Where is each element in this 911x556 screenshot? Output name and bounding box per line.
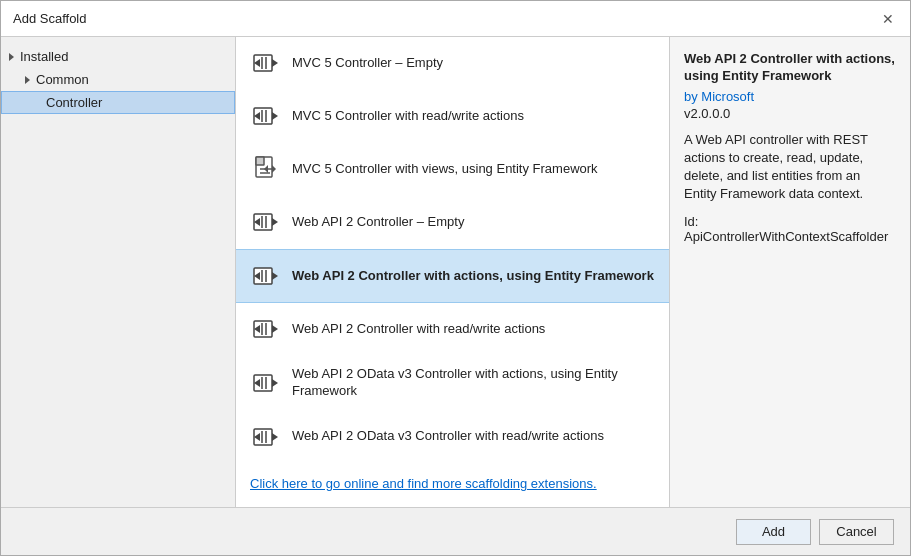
- svg-marker-25: [272, 325, 278, 333]
- scaffold-label-webapi2-odata-ef: Web API 2 OData v3 Controller with actio…: [292, 366, 655, 400]
- cancel-button[interactable]: Cancel: [819, 519, 894, 545]
- add-button[interactable]: Add: [736, 519, 811, 545]
- detail-version: v2.0.0.0: [684, 106, 896, 121]
- svg-marker-15: [272, 218, 278, 226]
- svg-marker-1: [272, 59, 278, 67]
- scaffold-list: MVC 5 Controller – Empty MVC 5 Controlle…: [236, 37, 669, 464]
- scaffold-label-webapi2-readwrite: Web API 2 Controller with read/write act…: [292, 321, 545, 338]
- scaffold-item-mvc5-readwrite[interactable]: MVC 5 Controller with read/write actions: [236, 90, 669, 143]
- detail-description: A Web API controller with REST actions t…: [684, 131, 896, 204]
- scaffold-label-mvc5-readwrite: MVC 5 Controller with read/write actions: [292, 108, 524, 125]
- svg-marker-20: [272, 272, 278, 280]
- common-expand-icon: [25, 76, 30, 84]
- scaffold-icon-mvc5-views-ef: [250, 153, 282, 185]
- scaffold-item-webapi2-odata-ef[interactable]: Web API 2 OData v3 Controller with actio…: [236, 356, 669, 411]
- scaffold-icon-mvc5-empty: [250, 47, 282, 79]
- scaffold-icon-webapi2-odata-ef: [250, 367, 282, 399]
- scaffold-icon-webapi2-odata-readwrite: [250, 421, 282, 453]
- left-panel: Installed Common Controller: [1, 37, 236, 507]
- scaffold-label-mvc5-empty: MVC 5 Controller – Empty: [292, 55, 443, 72]
- content-area: Installed Common Controller MVC 5 Contro…: [1, 37, 910, 507]
- svg-marker-6: [272, 112, 278, 120]
- middle-panel: MVC 5 Controller – Empty MVC 5 Controlle…: [236, 37, 670, 507]
- dialog-title: Add Scaffold: [13, 11, 86, 26]
- svg-marker-30: [272, 379, 278, 387]
- detail-author: by Microsoft: [684, 89, 896, 104]
- scaffold-item-webapi2-empty[interactable]: Web API 2 Controller – Empty: [236, 196, 669, 249]
- scaffold-item-mvc5-views-ef[interactable]: MVC 5 Controller with views, using Entit…: [236, 143, 669, 196]
- svg-marker-12: [272, 165, 276, 173]
- scaffold-icon-webapi2-empty: [250, 206, 282, 238]
- online-link[interactable]: Click here to go online and find more sc…: [236, 464, 669, 507]
- detail-title: Web API 2 Controller with actions, using…: [684, 51, 896, 85]
- scaffold-icon-mvc5-readwrite: [250, 100, 282, 132]
- common-label: Common: [36, 72, 89, 87]
- detail-panel: Web API 2 Controller with actions, using…: [670, 37, 910, 507]
- scaffold-item-webapi2-readwrite[interactable]: Web API 2 Controller with read/write act…: [236, 303, 669, 356]
- scaffold-item-webapi2-odata-readwrite[interactable]: Web API 2 OData v3 Controller with read/…: [236, 411, 669, 464]
- title-bar: Add Scaffold ✕: [1, 1, 910, 37]
- scaffold-icon-webapi2-actions-ef: [250, 260, 282, 292]
- svg-rect-11: [256, 157, 264, 165]
- scaffold-label-mvc5-views-ef: MVC 5 Controller with views, using Entit…: [292, 161, 598, 178]
- scaffold-icon-webapi2-readwrite: [250, 313, 282, 345]
- svg-marker-35: [272, 433, 278, 441]
- scaffold-label-webapi2-actions-ef: Web API 2 Controller with actions, using…: [292, 268, 654, 285]
- scaffold-item-webapi2-actions-ef[interactable]: Web API 2 Controller with actions, using…: [236, 249, 669, 303]
- close-button[interactable]: ✕: [878, 9, 898, 29]
- footer: Add Cancel: [1, 507, 910, 555]
- add-scaffold-dialog: Add Scaffold ✕ Installed Common Controll…: [0, 0, 911, 556]
- detail-id: Id: ApiControllerWithContextScaffolder: [684, 214, 896, 244]
- installed-label: Installed: [20, 49, 68, 64]
- expand-icon: [9, 53, 14, 61]
- tree-item-common[interactable]: Common: [1, 68, 235, 91]
- scaffold-label-webapi2-odata-readwrite: Web API 2 OData v3 Controller with read/…: [292, 428, 604, 445]
- scaffold-label-webapi2-empty: Web API 2 Controller – Empty: [292, 214, 464, 231]
- scaffold-item-mvc5-empty[interactable]: MVC 5 Controller – Empty: [236, 37, 669, 90]
- controller-label: Controller: [46, 95, 102, 110]
- installed-header: Installed: [1, 45, 235, 68]
- tree-item-controller[interactable]: Controller: [1, 91, 235, 114]
